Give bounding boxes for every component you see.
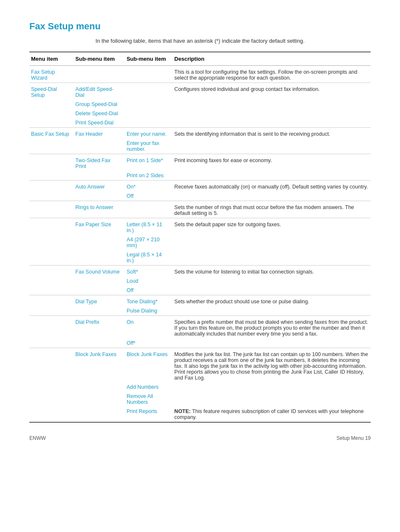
table-row: Off: [29, 286, 371, 295]
cell-desc: Sets the default paper size for outgoing…: [173, 218, 371, 235]
cell-menu: Basic Fax Setup: [29, 128, 74, 139]
header-sub2: Sub-menu item: [125, 52, 173, 66]
cell-menu: [29, 348, 74, 383]
cell-sub2: Pulse Dialing: [125, 306, 173, 316]
cell-sub2: Print on 1 Side*: [125, 154, 173, 171]
cell-sub1: [74, 382, 125, 392]
cell-desc: [173, 109, 371, 118]
cell-desc: [173, 276, 371, 286]
cell-sub2: Soft*: [125, 266, 173, 277]
table-row: Rings to AnswerSets the number of rings …: [29, 201, 371, 218]
cell-sub2: Enter your name.: [125, 128, 173, 139]
cell-sub1: [74, 250, 125, 266]
cell-desc: NOTE: This feature requires subscription…: [173, 407, 371, 422]
table-row: Fax Setup WizardThis is a tool for confi…: [29, 66, 371, 83]
cell-sub1: [74, 171, 125, 181]
cell-sub1: Rings to Answer: [74, 201, 125, 218]
cell-desc: This is a tool for configuring the fax s…: [173, 66, 371, 83]
cell-sub1: Fax Header: [74, 128, 125, 139]
cell-sub2: [125, 66, 173, 83]
cell-sub1: [74, 392, 125, 407]
cell-desc: [173, 191, 371, 201]
cell-sub2: [125, 100, 173, 109]
cell-sub2: [125, 83, 173, 100]
cell-sub2: [125, 118, 173, 128]
table-row: Print ReportsNOTE: This feature requires…: [29, 407, 371, 422]
cell-sub2: Off*: [125, 338, 173, 348]
cell-sub2: Legal (8.5 × 14 in.): [125, 250, 173, 266]
cell-sub1: [74, 139, 125, 154]
table-header-row: Menu item Sub-menu item Sub-menu item De…: [29, 52, 371, 66]
table-row: Add Numbers: [29, 382, 371, 392]
cell-menu: [29, 295, 74, 307]
table-row: Dial TypeTone Dialing*Sets whether the p…: [29, 295, 371, 307]
cell-sub2: Off: [125, 286, 173, 295]
table-row: Block Junk FaxesBlock Junk FaxesModifies…: [29, 348, 371, 383]
cell-menu: Fax Setup Wizard: [29, 66, 74, 83]
footer-left: ENWW: [29, 435, 46, 441]
cell-menu: [29, 218, 74, 235]
cell-menu: [29, 235, 74, 250]
table-row: Delete Speed-Dial: [29, 109, 371, 118]
table-row: Loud: [29, 276, 371, 286]
header-description: Description: [173, 52, 371, 66]
intro-text: In the following table, items that have …: [29, 38, 371, 44]
cell-menu: [29, 382, 74, 392]
cell-menu: Speed-Dial Setup: [29, 83, 74, 100]
cell-sub2: Loud: [125, 276, 173, 286]
table-row: Speed-Dial SetupAdd/Edit Speed-DialConfi…: [29, 83, 371, 100]
cell-sub1: Add/Edit Speed-Dial: [74, 83, 125, 100]
cell-menu: [29, 286, 74, 295]
cell-menu: [29, 316, 74, 339]
cell-desc: Specifies a prefix number that must be d…: [173, 316, 371, 339]
cell-sub1: Print Speed-Dial: [74, 118, 125, 128]
cell-desc: [173, 100, 371, 109]
table-row: Group Speed-Dial: [29, 100, 371, 109]
cell-menu: [29, 100, 74, 109]
cell-sub1: Group Speed-Dial: [74, 100, 125, 109]
cell-desc: [173, 306, 371, 316]
cell-desc: [173, 286, 371, 295]
cell-sub2: Off: [125, 191, 173, 201]
cell-menu: [29, 109, 74, 118]
cell-sub2: On*: [125, 181, 173, 192]
cell-menu: [29, 181, 74, 192]
cell-sub2: Print on 2 Sides: [125, 171, 173, 181]
cell-desc: Sets the identifying information that is…: [173, 128, 371, 139]
cell-desc: [173, 118, 371, 128]
cell-desc: Sets whether the product should use tone…: [173, 295, 371, 307]
header-sub1: Sub-menu item: [74, 52, 125, 66]
cell-menu: [29, 306, 74, 316]
cell-sub1: [74, 286, 125, 295]
table-row: Remove All Numbers: [29, 392, 371, 407]
table-row: Fax Paper SizeLetter (8.5 × 11 in.)Sets …: [29, 218, 371, 235]
page-title: Fax Setup menu: [29, 21, 371, 32]
cell-sub2: Tone Dialing*: [125, 295, 173, 307]
table-row: Basic Fax SetupFax HeaderEnter your name…: [29, 128, 371, 139]
cell-sub1: Dial Prefix: [74, 316, 125, 339]
cell-menu: [29, 276, 74, 286]
cell-sub1: [74, 191, 125, 201]
cell-sub2: A4 (297 × 210 mm): [125, 235, 173, 250]
footer-right: Setup Menu 19: [337, 435, 371, 441]
page-footer: ENWW Setup Menu 19: [29, 435, 371, 441]
cell-sub2: Remove All Numbers: [125, 392, 173, 407]
cell-sub2: Print Reports: [125, 407, 173, 422]
cell-desc: [173, 250, 371, 266]
cell-desc: [173, 392, 371, 407]
cell-sub1: Two-Sided Fax Print: [74, 154, 125, 171]
cell-menu: [29, 201, 74, 218]
cell-sub1: [74, 407, 125, 422]
cell-sub1: [74, 306, 125, 316]
cell-desc: [173, 235, 371, 250]
cell-desc: [173, 338, 371, 348]
cell-sub2: Enter your fax number.: [125, 139, 173, 154]
table-row: Fax Sound VolumeSoft*Sets the volume for…: [29, 266, 371, 277]
cell-sub1: Fax Paper Size: [74, 218, 125, 235]
cell-menu: [29, 191, 74, 201]
cell-desc: [173, 139, 371, 154]
cell-menu: [29, 154, 74, 171]
cell-sub2: Block Junk Faxes: [125, 348, 173, 383]
table-row: Off*: [29, 338, 371, 348]
fax-setup-table: Menu item Sub-menu item Sub-menu item De…: [29, 52, 371, 423]
